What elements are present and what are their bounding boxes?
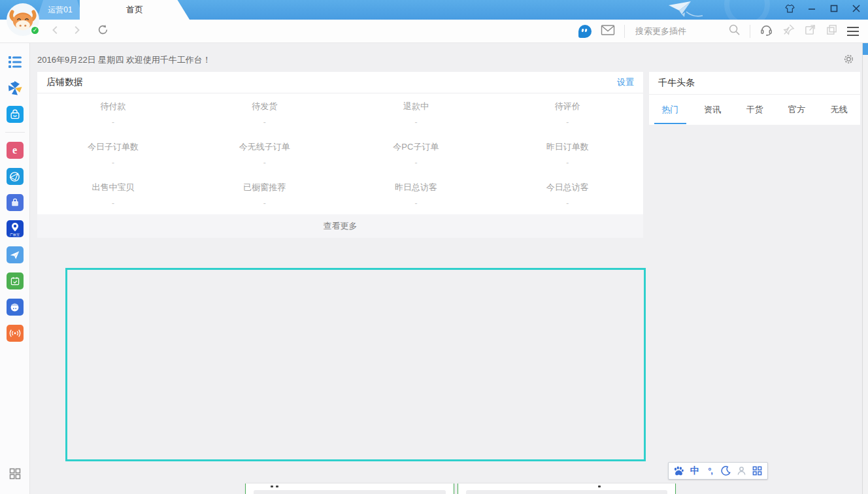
stat-value: - [414,199,417,207]
stat-value: - [263,199,266,207]
stat-value: - [414,118,417,126]
sidebar-item-pinwheel-icon[interactable] [7,80,24,97]
wangwang-message-icon[interactable] [578,25,592,38]
maximize-button[interactable] [827,2,841,15]
stat-cell-items-on-sale[interactable]: 出售中宝贝 - [37,174,189,214]
window-tab-label: 运营01 [48,5,72,16]
stat-value: - [112,199,114,207]
user-avatar[interactable]: ✓ [6,3,40,37]
stat-value: - [112,118,114,126]
stat-label: 待付款 [100,101,125,112]
sidebar-item-speed-compass-icon[interactable] [7,168,24,185]
sidebar-item-shop-icon[interactable] [7,106,24,123]
shop-data-panel: 店铺数据 设置 待付款 - 待发货 - 退款中 - 待评价 - 今日子订单数 - [37,72,643,238]
stat-label: 已橱窗推荐 [243,182,286,193]
cutoff-panel [245,484,454,494]
close-button[interactable] [850,2,863,15]
welcome-message: 2016年9月22日 星期四 欢迎使用千牛工作台！ [37,54,211,66]
stat-value: - [263,159,266,167]
stat-cell-yesterday-visitors[interactable]: 昨日总访客 - [341,174,492,214]
main-menu-icon[interactable] [847,27,859,36]
stat-cell-pending-payment[interactable]: 待付款 - [37,93,189,134]
headlines-tab-hot[interactable]: 热门 [649,95,692,124]
stat-label: 待评价 [555,101,580,112]
stat-label: 退款中 [403,101,429,112]
stat-cell-yesterday-orders[interactable]: 昨日订单数 - [492,134,643,174]
window-tab-yunying01[interactable]: 运营01 [37,0,84,20]
refresh-button[interactable] [97,24,109,39]
window-tab-home[interactable]: 首页 [80,0,190,20]
headlines-tab-official[interactable]: 官方 [776,95,818,124]
view-more-button[interactable]: 查看更多 [37,214,643,238]
headset-support-icon[interactable] [760,23,773,39]
stat-cell-today-suborders[interactable]: 今日子订单数 - [37,134,189,174]
back-button[interactable] [50,24,61,39]
window-tab-label: 首页 [126,4,143,16]
sidebar-item-calendar-icon[interactable] [7,272,24,289]
forward-button[interactable] [71,24,82,39]
cascade-windows-icon[interactable] [826,24,838,39]
paper-plane-decoration [650,0,709,20]
stat-label: 今日总访客 [546,182,589,193]
ime-menu-grid-icon[interactable] [750,465,763,478]
stat-label: 今PC子订单 [393,141,439,153]
stat-value: - [566,199,569,207]
title-bar: 运营01 首页 [0,0,868,20]
open-external-icon[interactable] [804,24,816,39]
headlines-tab-tips[interactable]: 干货 [733,95,776,124]
scrollbar-thumb[interactable] [863,43,868,55]
stat-value: - [263,118,266,126]
stat-cell-today-wireless-suborders[interactable]: 今无线子订单 - [189,134,341,174]
sidebar-item-paper-plane-icon[interactable] [7,246,24,263]
plugin-search-input[interactable] [634,25,719,37]
stat-value: - [112,159,114,167]
sidebar: e 广效宝 [0,43,30,494]
online-status-badge: ✓ [30,25,40,35]
stat-value: - [414,159,417,167]
sidebar-item-bag-icon[interactable] [7,194,24,211]
vertical-scrollbar[interactable] [862,43,868,494]
sidebar-item-signal-icon[interactable] [7,325,24,342]
headlines-tabs: 热门 资讯 干货 官方 无线 [649,95,860,124]
headlines-tab-news[interactable]: 资讯 [692,95,734,124]
stat-label: 今无线子订单 [239,141,290,153]
shop-data-settings-link[interactable]: 设置 [617,76,634,88]
stat-label: 出售中宝贝 [92,182,134,193]
cutoff-panel [458,484,676,494]
stat-value: - [566,118,569,126]
ime-chinese-mode[interactable]: 中 [688,465,701,478]
e-app-glyph: e [12,144,17,156]
mail-icon[interactable] [601,24,615,39]
qianniu-workbench-window: 运营01 首页 [0,0,868,494]
sidebar-item-e-app-icon[interactable]: e [7,142,24,159]
sidebar-item-list-icon[interactable] [7,54,24,71]
stat-label: 昨日总访客 [395,182,437,193]
ime-paw-icon[interactable] [673,465,686,478]
ime-user-icon[interactable] [735,465,748,478]
toolbar-divider [750,25,750,38]
stat-label: 待发货 [252,101,277,112]
stat-label: 今日子订单数 [88,141,139,153]
stat-cell-pending-shipment[interactable]: 待发货 - [189,93,341,134]
shop-data-title: 店铺数据 [46,76,83,88]
toolbar-divider [624,25,625,38]
minimize-button[interactable] [805,2,818,15]
search-icon[interactable] [728,24,741,39]
all-apps-grid-icon[interactable] [7,465,24,482]
stat-value: - [566,159,569,167]
page-settings-gear-icon[interactable] [843,54,855,65]
stat-cell-refunding[interactable]: 退款中 - [341,93,492,134]
sidebar-item-guangxiaobao-icon[interactable]: 广效宝 [7,220,24,237]
sidebar-item-ball-icon[interactable] [7,299,24,316]
headlines-tab-wireless[interactable]: 无线 [818,95,860,124]
stat-cell-window-recommended[interactable]: 已橱窗推荐 - [189,174,341,214]
pin-icon[interactable] [782,24,795,39]
theme-skin-button[interactable] [783,2,796,15]
stat-cell-today-pc-suborders[interactable]: 今PC子订单 - [341,134,492,174]
ime-moon-icon[interactable] [719,465,732,478]
stat-cell-pending-review[interactable]: 待评价 - [492,93,643,134]
stat-cell-today-visitors[interactable]: 今日总访客 - [492,174,643,214]
guangxiaobao-label: 广效宝 [7,233,24,237]
ime-punctuation-mode[interactable]: °, [704,465,717,478]
widget-drop-target-highlight [65,268,646,461]
